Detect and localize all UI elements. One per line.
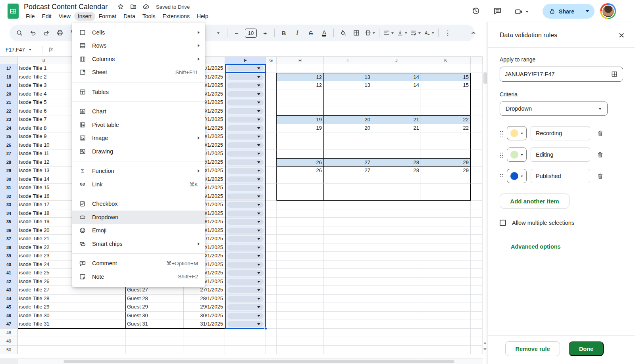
document-title[interactable]: Podcast Content Calendar xyxy=(24,3,108,11)
cell-G50[interactable] xyxy=(266,346,277,354)
font-size-input[interactable]: 10 xyxy=(245,29,257,38)
cell-J50[interactable] xyxy=(372,346,421,354)
cell-F27[interactable] xyxy=(225,149,266,158)
cell-F50[interactable] xyxy=(225,346,266,354)
row-header-31[interactable]: 31 xyxy=(0,184,18,192)
row-header-23[interactable]: 23 xyxy=(0,115,18,124)
cell-I42[interactable] xyxy=(324,278,372,286)
item-value-input[interactable]: Recording xyxy=(531,126,590,140)
cell-B44[interactable]: isode Title 28 xyxy=(18,295,70,303)
cell-L45[interactable] xyxy=(471,303,483,312)
cell-J41[interactable] xyxy=(372,269,421,278)
cell-B50[interactable] xyxy=(18,346,70,354)
cell-J37[interactable] xyxy=(372,235,421,243)
cell-H42[interactable] xyxy=(277,278,324,286)
row-header-32[interactable]: 32 xyxy=(0,192,18,201)
cell-K18[interactable]: 15 xyxy=(421,73,471,82)
cell-I19[interactable]: 13 xyxy=(324,81,372,90)
cell-J26[interactable] xyxy=(372,141,421,150)
cell-I46[interactable] xyxy=(324,312,372,320)
cell-H38[interactable] xyxy=(277,243,324,252)
row-header-26[interactable]: 26 xyxy=(0,141,18,150)
cell-J40[interactable] xyxy=(372,261,421,269)
cell-G20[interactable] xyxy=(266,90,277,99)
row-header-41[interactable]: 41 xyxy=(0,269,18,278)
cell-G47[interactable] xyxy=(266,320,277,329)
cell-K47[interactable] xyxy=(421,320,471,329)
dropdown-chip-F29[interactable] xyxy=(227,168,264,174)
scroll-up-icon[interactable] xyxy=(483,342,487,344)
decrease-font-size-button[interactable]: − xyxy=(231,27,242,38)
cell-I32[interactable] xyxy=(324,192,372,201)
cell-C49[interactable] xyxy=(70,337,126,346)
cell-F39[interactable] xyxy=(225,252,266,261)
cell-H48[interactable] xyxy=(277,329,324,337)
cell-H20[interactable] xyxy=(277,90,324,99)
dropdown-chip-F45[interactable] xyxy=(227,304,264,310)
cell-L43[interactable] xyxy=(471,286,483,295)
dropdown-chip-F23[interactable] xyxy=(227,117,264,123)
cell-J47[interactable] xyxy=(372,320,421,329)
cell-K22[interactable] xyxy=(421,107,471,116)
cell-B38[interactable]: isode Title 22 xyxy=(18,243,70,252)
cell-K40[interactable] xyxy=(421,261,471,269)
row-header-21[interactable]: 21 xyxy=(0,98,18,107)
cell-G26[interactable] xyxy=(266,141,277,150)
cell-I49[interactable] xyxy=(324,337,372,346)
cell-H17[interactable] xyxy=(277,64,324,73)
cell-I22[interactable] xyxy=(324,107,372,116)
share-dropdown[interactable] xyxy=(580,4,595,19)
cell-B17[interactable]: isode Title 1 xyxy=(18,64,70,73)
cell-G37[interactable] xyxy=(266,235,277,243)
cell-C50[interactable] xyxy=(70,346,126,354)
cell-I48[interactable] xyxy=(324,329,372,337)
cell-K26[interactable] xyxy=(421,141,471,150)
drag-handle-icon[interactable] xyxy=(500,173,504,179)
insert-menu-item-function[interactable]: ΣFunction xyxy=(72,165,205,178)
cell-G25[interactable] xyxy=(266,132,277,141)
cell-G43[interactable] xyxy=(266,286,277,295)
cell-J23[interactable]: 21 xyxy=(372,115,421,124)
done-button[interactable]: Done xyxy=(569,341,604,356)
cell-L23[interactable] xyxy=(471,115,483,124)
cell-J25[interactable] xyxy=(372,132,421,141)
cell-L31[interactable] xyxy=(471,184,483,192)
row-header-24[interactable]: 24 xyxy=(0,124,18,133)
cell-L46[interactable] xyxy=(471,312,483,320)
cell-J46[interactable] xyxy=(372,312,421,320)
cell-B28[interactable]: isode Title 12 xyxy=(18,158,70,167)
cell-J20[interactable] xyxy=(372,90,421,99)
insert-menu-item-emoji[interactable]: Emoji xyxy=(72,224,205,238)
cell-H19[interactable]: 12 xyxy=(277,81,324,90)
cell-G42[interactable] xyxy=(266,278,277,286)
cell-G40[interactable] xyxy=(266,261,277,269)
advanced-options-link[interactable]: Advanced options xyxy=(511,243,561,250)
insert-menu-item-rows[interactable]: Rows xyxy=(72,39,205,53)
cell-G28[interactable] xyxy=(266,158,277,167)
vertical-scrollbar[interactable] xyxy=(483,57,487,358)
column-header-sliver[interactable] xyxy=(471,57,483,64)
allow-multiple-checkbox[interactable] xyxy=(500,220,506,226)
cell-F46[interactable] xyxy=(225,312,266,320)
cell-B27[interactable]: isode Title 11 xyxy=(18,149,70,158)
cell-K34[interactable] xyxy=(421,209,471,218)
insert-menu-item-link[interactable]: Link⌘K xyxy=(72,178,205,191)
cell-I39[interactable] xyxy=(324,252,372,261)
cell-J34[interactable] xyxy=(372,209,421,218)
cell-G35[interactable] xyxy=(266,218,277,226)
dropdown-chip-F42[interactable] xyxy=(227,279,264,285)
cell-F30[interactable] xyxy=(225,175,266,184)
cell-K35[interactable] xyxy=(421,218,471,226)
cell-F44[interactable] xyxy=(225,295,266,303)
column-header-J[interactable]: J xyxy=(372,57,421,64)
cell-L42[interactable] xyxy=(471,278,483,286)
cell-E44[interactable]: 28/1/2025 xyxy=(183,295,225,303)
cell-J48[interactable] xyxy=(372,329,421,337)
cell-K41[interactable] xyxy=(421,269,471,278)
menu-tools[interactable]: Tools xyxy=(139,12,159,21)
row-header-30[interactable]: 30 xyxy=(0,175,18,184)
cell-I23[interactable]: 20 xyxy=(324,115,372,124)
dropdown-chip-F37[interactable] xyxy=(227,236,264,242)
cell-I18[interactable]: 13 xyxy=(324,73,372,82)
select-all-corner[interactable] xyxy=(0,57,18,64)
